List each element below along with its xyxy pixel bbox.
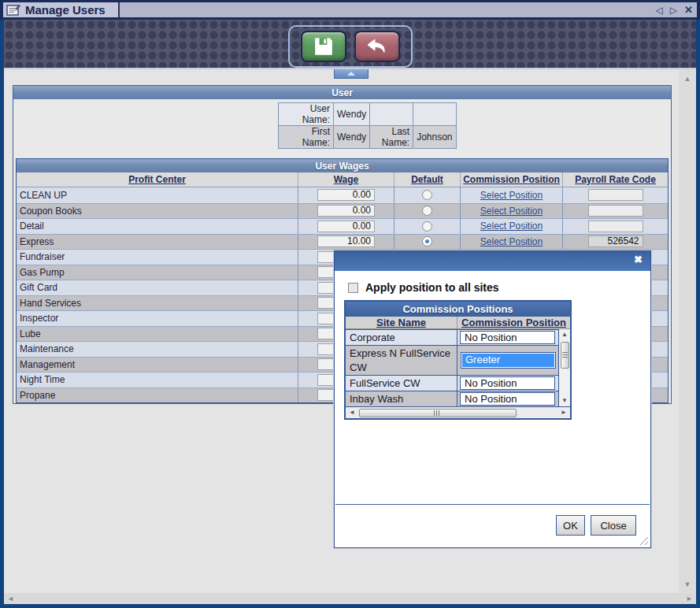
position-cell: Greeter	[457, 346, 558, 375]
commission-cell: Select Position	[461, 204, 563, 219]
payroll-input[interactable]	[588, 205, 643, 217]
wages-column-headers: Profit Center Wage Default Commission Po…	[17, 172, 668, 187]
close-button[interactable]: Close	[591, 515, 636, 536]
wage-cell: 0.00	[298, 219, 394, 234]
wage-input[interactable]: 0.00	[317, 205, 375, 217]
last-name-value: Johnson	[413, 126, 456, 149]
payroll-cell: 526542	[563, 235, 668, 250]
site-name-cell: FullService CW	[346, 376, 457, 391]
column-header-payroll-rate-code[interactable]: Payroll Rate Code	[563, 172, 668, 187]
main-vertical-scrollbar[interactable]: ▲ ▼	[679, 69, 696, 593]
select-position-link[interactable]: Select Position	[480, 206, 543, 217]
commission-positions-dialog: ✖ Apply position to all sites Commission…	[334, 250, 651, 548]
payroll-input[interactable]	[588, 189, 643, 201]
column-header-wage[interactable]: Wage	[298, 172, 394, 187]
position-select[interactable]: No Position	[460, 392, 555, 406]
profit-center-cell: Lube	[17, 327, 298, 342]
vertical-scroll-thumb[interactable]	[561, 342, 569, 369]
commission-positions-table-header: Commission Positions	[346, 302, 570, 317]
column-header-profit-center[interactable]: Profit Center	[17, 172, 298, 187]
dialog-horizontal-scrollbar[interactable]: ◄ ►	[346, 406, 570, 418]
selected-position-option[interactable]: Greeter	[462, 354, 554, 367]
default-radio[interactable]	[422, 190, 432, 200]
profit-center-cell: Hand Services	[17, 296, 298, 311]
site-name-cell: Corporate	[346, 330, 457, 345]
resize-grip[interactable]	[638, 535, 648, 545]
ok-button[interactable]: OK	[556, 515, 585, 536]
default-cell	[394, 204, 461, 219]
toolbar-button-group	[288, 25, 413, 68]
dialog-buttons: OK Close	[556, 515, 636, 536]
column-header-default[interactable]: Default	[394, 172, 461, 187]
scroll-right-icon[interactable]: ►	[561, 410, 567, 416]
wage-input[interactable]: 0.00	[317, 189, 375, 201]
commission-table-column-headers: Site Name Commission Position	[346, 317, 570, 329]
apply-all-sites-checkbox[interactable]	[348, 283, 358, 293]
scroll-left-icon[interactable]: ◄	[7, 595, 14, 602]
payroll-cell	[563, 204, 668, 219]
commission-row: FullService CWNo Position	[346, 375, 558, 391]
commission-table-rows: CorporateNo PositionExpress N FullServic…	[346, 329, 558, 406]
wage-input[interactable]: 10.00	[317, 235, 375, 247]
title-nav-controls: ◁ ▷ ✕	[656, 2, 693, 17]
profit-center-cell: Detail	[17, 219, 298, 234]
select-position-link[interactable]: Select Position	[480, 236, 543, 247]
thumb-grip	[434, 410, 441, 416]
column-header-site-name[interactable]: Site Name	[346, 317, 457, 328]
commission-cell: Select Position	[461, 187, 563, 203]
profit-center-cell: Propane	[17, 388, 298, 403]
profit-center-cell: Coupon Books	[17, 204, 298, 219]
save-button[interactable]	[301, 31, 346, 62]
apply-all-sites-row: Apply position to all sites	[348, 281, 650, 294]
profit-center-cell: Night Time	[17, 373, 298, 387]
default-radio[interactable]	[422, 206, 432, 216]
dialog-vertical-scrollbar[interactable]: ▲ ▼	[558, 329, 570, 406]
profit-center-cell: Inspector	[17, 311, 298, 326]
last-name-label: Last Name:	[370, 126, 413, 149]
back-button[interactable]	[354, 31, 400, 62]
default-radio[interactable]	[422, 236, 432, 247]
position-cell: No Position	[457, 330, 558, 345]
position-select[interactable]: No Position	[460, 331, 555, 344]
commission-row: CorporateNo Position	[346, 329, 558, 345]
form-edit-icon	[6, 4, 20, 17]
select-position-link[interactable]: Select Position	[480, 221, 543, 232]
column-header-commission-position[interactable]: Commission Position	[461, 172, 563, 187]
scroll-down-icon[interactable]: ▼	[684, 581, 691, 588]
scroll-up-icon[interactable]: ▲	[684, 76, 691, 83]
profit-center-cell: Express	[17, 235, 298, 250]
position-listbox[interactable]: Greeter	[461, 352, 556, 369]
scroll-right-icon[interactable]: ►	[686, 595, 693, 602]
default-cell	[394, 235, 461, 250]
page-title: Manage Users	[25, 3, 106, 17]
window-close-icon[interactable]: ✕	[684, 5, 693, 15]
scroll-down-icon[interactable]: ▼	[561, 398, 568, 404]
column-header-commission-position[interactable]: Commission Position	[457, 317, 570, 328]
empty-cell	[413, 103, 456, 126]
wages-row: Detail0.00Select Position	[17, 218, 668, 234]
wage-input[interactable]: 0.00	[317, 221, 375, 232]
user-info-body: User Name: Wendy First Name: Wendy Last …	[13, 99, 671, 158]
dialog-title-bar[interactable]: ✖	[335, 251, 650, 271]
commission-row: Inbay WashNo Position	[346, 391, 558, 406]
user-wages-header: User Wages	[17, 159, 668, 172]
select-position-link[interactable]: Select Position	[480, 190, 543, 201]
payroll-input[interactable]: 526542	[588, 235, 643, 247]
default-radio[interactable]	[422, 221, 432, 232]
first-name-label: First Name:	[279, 126, 334, 149]
user-section-header: User	[13, 86, 671, 99]
wages-row: CLEAN UP0.00Select Position	[17, 187, 668, 203]
payroll-input[interactable]	[588, 221, 643, 232]
scroll-left-icon[interactable]: ◄	[349, 410, 355, 416]
horizontal-scroll-thumb[interactable]	[359, 409, 517, 417]
nav-prev-icon[interactable]: ◁	[656, 6, 663, 15]
scroll-up-icon[interactable]: ▲	[561, 332, 568, 338]
dialog-close-icon[interactable]: ✖	[634, 254, 643, 265]
position-select[interactable]: No Position	[460, 376, 555, 390]
user-name-value: Wendy	[334, 103, 370, 126]
nav-next-icon[interactable]: ▷	[670, 6, 677, 15]
position-cell: No Position	[457, 376, 558, 391]
collapse-panel-tab[interactable]	[334, 69, 369, 79]
commission-cell: Select Position	[461, 235, 563, 250]
main-horizontal-scrollbar[interactable]: ◄ ►	[4, 593, 696, 604]
